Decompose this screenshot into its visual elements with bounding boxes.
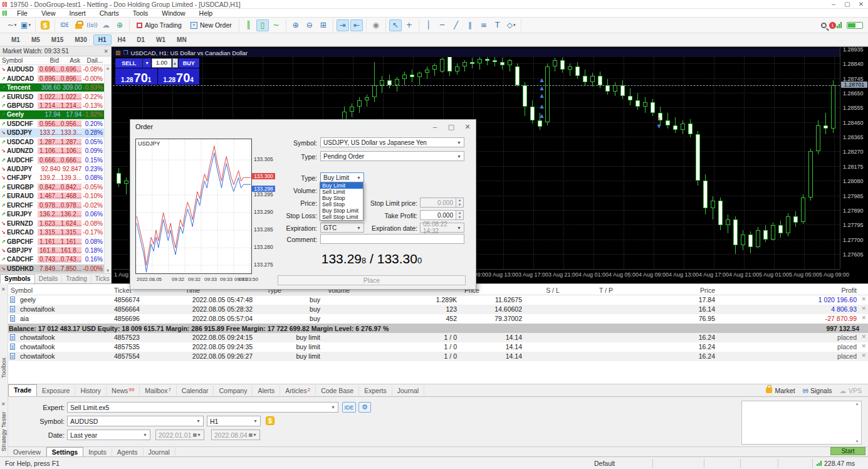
expiration-date-input[interactable]: 05.08.22 14:32▼ (420, 223, 464, 233)
market-watch-row-audnzd[interactable]: ↘AUDNZD1.106...1.106...0.09% (0, 147, 104, 155)
tester-vertical-tab[interactable]: Strategy Tester (0, 406, 8, 456)
objects-icon[interactable]: ◇▾ (505, 19, 518, 31)
market-watch-row-audusd[interactable]: ↘AUDUSD0.696...0.696...-0.08% (0, 65, 104, 74)
comment-input[interactable] (320, 234, 464, 244)
market-watch-row-eurchf[interactable]: ↗EURCHF0.978...0.978...-0.02% (0, 201, 104, 210)
tile-windows-icon[interactable]: ⊞ (317, 19, 330, 31)
market-watch-row-chfjpy[interactable]: ↘CHFJPY139.2...139.3...0.08% (0, 174, 104, 182)
one-click-volume-input[interactable]: 1.00 (152, 58, 172, 68)
market-watch-tab-symbols[interactable]: Symbols (0, 274, 35, 283)
trade-column-7[interactable]: T / P (581, 286, 631, 295)
dialog-minimize-icon[interactable]: – (427, 123, 443, 131)
new-order-button[interactable]: +New Order (186, 19, 236, 31)
status-latency[interactable]: 228.47 ms (813, 459, 868, 468)
toolbox-tab-trade[interactable]: Trade (8, 384, 37, 396)
trade-row-4856664[interactable]: chowtaifook48566642022.08.05 05:28:32buy… (0, 305, 868, 314)
market-watch-row-geely[interactable]: ↗Geely17.9417.94-1.92% (0, 110, 104, 119)
channel-icon[interactable]: ∥ (464, 19, 476, 31)
toolbox-tab-calendar[interactable]: Calendar (177, 386, 214, 396)
start-button[interactable]: Start (830, 447, 865, 455)
text-icon[interactable]: T (491, 19, 504, 31)
toolbox-tab-code-base[interactable]: Code Base (316, 386, 359, 396)
timeframe-w1[interactable]: W1 (151, 34, 170, 45)
tester-date-mode-select[interactable]: Last year▼ (67, 429, 150, 440)
market-watch-row-usdhkd[interactable]: ↘USDHKD7.849...7.850...-0.00% (0, 265, 104, 273)
trendline-icon[interactable]: ╱ (450, 19, 463, 31)
toolbox-tab-company[interactable]: Company (214, 386, 253, 396)
menu-item-file[interactable]: File (10, 9, 34, 17)
one-click-volume-spinner[interactable]: ▲ (172, 58, 178, 68)
chart-shift-icon[interactable]: ⇤ (350, 19, 363, 31)
stop-limit-spinner[interactable]: ▲▼ (456, 198, 464, 208)
menu-item-tools[interactable]: Tools (126, 9, 155, 17)
line-chart-icon[interactable]: ~ (270, 19, 283, 31)
toolbox-tab-mailbox[interactable]: Mailbox7 (140, 386, 177, 396)
close-position-icon[interactable]: ✕ (861, 334, 866, 340)
close-position-icon[interactable]: ✕ (861, 315, 866, 321)
bottom-tab-market[interactable]: Market (766, 387, 795, 394)
trade-row-4857523[interactable]: chowtaifook48575232022.08.05 09:24:15buy… (0, 333, 868, 342)
minimize-icon[interactable]: – (827, 1, 840, 8)
trade-column-0[interactable]: Symbol (8, 286, 112, 295)
mw-column-3[interactable]: Dail... (82, 56, 105, 65)
cloud-icon[interactable]: ☁ (100, 19, 112, 31)
toolbox-tab-news[interactable]: News99 (107, 386, 140, 396)
broadcast-icon[interactable]: ((o)) (86, 19, 98, 31)
levels-icon[interactable]: ≡ (478, 19, 490, 31)
market-watch-row-gbpjpy[interactable]: ↘GBPJPY161.8...161.8...0.18% (0, 246, 104, 255)
market-watch-row-audjpy[interactable]: ↘AUDJPY92.84092.8470.23% (0, 165, 104, 174)
trade-row-4857554[interactable]: chowtaifook48575542022.08.05 09:26:27buy… (0, 352, 868, 361)
market-watch-icon[interactable]: $ (39, 19, 51, 31)
auto-scroll-icon[interactable]: ⇥ (337, 19, 349, 31)
horizontal-line-icon[interactable]: ─ (436, 19, 449, 31)
market-watch-row-cadchf[interactable]: ↗CADCHF0.743...0.743...0.16% (0, 255, 104, 264)
close-position-icon[interactable]: ✕ (861, 343, 866, 349)
market-watch-row-gbpusd[interactable]: ↗GBPUSD1.214...1.214...-0.13% (0, 102, 104, 110)
pane-scroll-down-icon[interactable]: ▼ (854, 440, 860, 443)
order-type-option-buy-stop[interactable]: Buy Stop (320, 195, 363, 201)
sell-button[interactable]: SELL (115, 58, 142, 68)
toolbox-tab-history[interactable]: History (75, 386, 107, 396)
order-type-option-buy-limit[interactable]: Buy Limit (320, 182, 363, 189)
timeframe-m15[interactable]: M15 (46, 34, 68, 45)
order-type-select[interactable]: Buy Limit▼ (320, 172, 364, 182)
tester-period-select[interactable]: H1▼ (207, 416, 261, 426)
menu-item-charts[interactable]: Charts (93, 9, 126, 17)
trade-row-4857535[interactable]: chowtaifook48575352022.08.05 09:24:35buy… (0, 342, 868, 352)
market-watch-row-gbpchf[interactable]: ↗GBPCHF1.161...1.161...0.08% (0, 237, 104, 246)
place-button[interactable]: Place (278, 275, 466, 285)
cursor-icon[interactable]: ↖ (389, 19, 402, 31)
order-dialog-titlebar[interactable]: Order – ▢ ✕ (130, 120, 476, 134)
close-icon[interactable]: ✕ (854, 1, 868, 8)
bars-chart-icon[interactable]: ║ (243, 19, 255, 31)
community-icon[interactable]: ⊕ (113, 19, 126, 31)
order-type-option-sell-stop[interactable]: Sell Stop (320, 201, 363, 208)
order-type-option-buy-stop-limit[interactable]: Buy Stop Limit (320, 208, 363, 214)
timeframe-d1[interactable]: D1 (132, 34, 150, 45)
pane-scroll-up-icon[interactable]: ▲ (854, 402, 860, 406)
tester-tab-settings[interactable]: Settings (46, 447, 83, 456)
timeframe-h1[interactable]: H1 (93, 34, 112, 45)
toolbox-tab-exposure[interactable]: Exposure (37, 386, 75, 396)
symbol-select[interactable]: USDJPY, US Dollar vs Japanese Yen▼ (320, 137, 464, 147)
chart-price-scale[interactable]: 1.289351.288401.287451.286501.285551.284… (840, 47, 868, 269)
dialog-maximize-icon[interactable]: ▢ (443, 123, 459, 131)
bottom-tab-signals[interactable]: ((•))Signals (803, 387, 832, 394)
chart-window-icon[interactable]: ▣▾ (19, 19, 32, 31)
crosshair-icon[interactable]: + (403, 19, 416, 31)
one-click-dropdown-icon[interactable]: ▼ (143, 58, 151, 68)
trade-column-9[interactable]: Profit (720, 286, 859, 295)
tester-tab-inputs[interactable]: Inputs (83, 448, 112, 456)
market-watch-row-usdcad[interactable]: ↗USDCAD1.287...1.287...0.05% (0, 138, 104, 147)
market-watch-row-eurnzd[interactable]: ↘EURNZD1.623...1.624...-0.08% (0, 219, 104, 228)
tester-tab-agents[interactable]: Agents (112, 448, 144, 456)
zoom-out-icon[interactable]: ⊖ (303, 19, 316, 31)
candles-chart-icon[interactable]: ▯ (256, 19, 269, 31)
expert-select[interactable]: Sell Limit.ex5▼ (67, 402, 338, 413)
mw-column-2[interactable]: Ask (61, 56, 82, 65)
bottom-tab-vps[interactable]: ☁VPS (839, 387, 862, 394)
market-watch-row-eurusd[interactable]: ↗EURUSD1.022...1.022...-0.22% (0, 92, 104, 101)
market-watch-row-eurjpy[interactable]: ↗EURJPY136.2...136.2...0.06% (0, 210, 104, 219)
mw-column-1[interactable]: Bid (38, 56, 61, 65)
market-watch-row-tencent[interactable]: ↗Tencent308.60309.00-0.93% (0, 83, 104, 92)
